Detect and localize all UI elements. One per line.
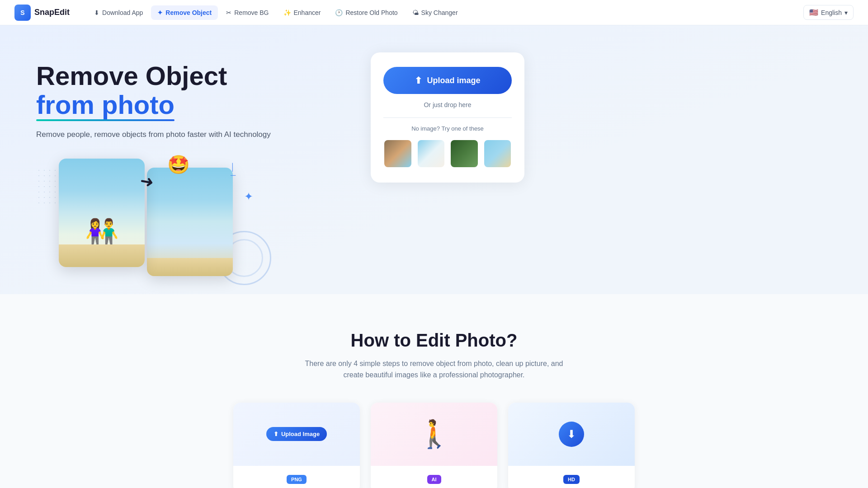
sample-image-4[interactable] <box>483 139 512 168</box>
nav-enhancer[interactable]: ✨ Enhancer <box>277 5 327 20</box>
how-title: How to Edit Photo? <box>36 330 832 351</box>
sample-image-2[interactable] <box>417 139 446 168</box>
chevron-down-icon: ▾ <box>844 9 848 16</box>
nav-remove-object[interactable]: ✦ Remove Object <box>151 5 218 20</box>
step-badge-ai: AI <box>427 475 441 484</box>
step-card-1-bg: ⬆ Upload Image <box>233 403 360 466</box>
step-card-2: 🚶 AI <box>371 403 497 488</box>
sky-icon: 🌤 <box>412 9 419 16</box>
sample-label: No image? Try one of these <box>383 125 512 132</box>
steps-row: ⬆ Upload Image PNG 🚶 AI ⬇ <box>36 403 832 488</box>
brand-name: SnapEdit <box>34 8 70 17</box>
enhancer-icon: ✨ <box>283 9 291 16</box>
upload-mini-icon: ⬆ <box>274 431 278 437</box>
step-1-content: ⬆ Upload Image <box>266 427 327 441</box>
flag-icon: 🇺🇸 <box>809 8 818 17</box>
language-label: English <box>821 9 842 16</box>
upload-panel: ⬆ Upload image Or just drop here No imag… <box>371 52 524 183</box>
hero-title-highlight: from photo <box>36 90 175 119</box>
nav-remove-object-label: Remove Object <box>165 9 212 16</box>
upload-icon: ⬆ <box>415 75 422 86</box>
step1-upload-btn[interactable]: ⬆ Upload Image <box>266 427 327 441</box>
upload-image-button[interactable]: ⬆ Upload image <box>383 67 512 94</box>
logo-icon: S <box>14 5 31 21</box>
sparkle-icon-1: ✦ <box>244 190 253 203</box>
hero-subtitle: Remove people, remove objects from photo… <box>36 128 353 141</box>
nav-items: ⬇ Download App ✦ Remove Object ✂ Remove … <box>88 5 800 20</box>
sample-images-row <box>383 139 512 168</box>
demo-images: ➜ 🤩 ✦ │─ <box>36 159 262 294</box>
nav-enhancer-label: Enhancer <box>294 9 321 16</box>
divider <box>383 117 512 118</box>
demo-before-image <box>59 159 145 267</box>
download-icon: ⬇ <box>94 9 99 16</box>
step-card-3: ⬇ HD <box>508 403 635 488</box>
nav-remove-bg-label: Remove BG <box>234 9 269 16</box>
how-subtitle: There are only 4 simple steps to remove … <box>298 358 570 381</box>
nav-download-app-label: Download App <box>102 9 143 16</box>
navbar: S SnapEdit ⬇ Download App ✦ Remove Objec… <box>0 0 868 25</box>
step-badge-hd: HD <box>563 475 580 484</box>
hero-left: Remove Object from photo Remove people, … <box>36 52 353 294</box>
step-2-figure: 🚶 <box>417 418 451 450</box>
nav-download-app[interactable]: ⬇ Download App <box>88 5 149 20</box>
hero-title: Remove Object from photo <box>36 61 353 119</box>
sample-image-3[interactable] <box>450 139 479 168</box>
step-badge-png: PNG <box>287 475 307 484</box>
drop-text: Or just drop here <box>383 101 512 108</box>
logo[interactable]: S SnapEdit <box>14 5 70 21</box>
step-card-3-bg: ⬇ <box>508 403 635 466</box>
step-card-1: ⬆ Upload Image PNG <box>233 403 360 488</box>
step-card-2-bg: 🚶 <box>371 403 497 466</box>
nav-restore-label: Restore Old Photo <box>345 9 397 16</box>
sample-image-1[interactable] <box>383 139 412 168</box>
sparkle-icon-2: │─ <box>231 163 236 179</box>
hero-section: Remove Object from photo Remove people, … <box>0 25 868 294</box>
how-section: How to Edit Photo? There are only 4 simp… <box>0 294 868 488</box>
language-selector[interactable]: 🇺🇸 English ▾ <box>803 5 854 20</box>
demo-after-image <box>147 168 233 276</box>
nav-remove-bg[interactable]: ✂ Remove BG <box>220 5 275 20</box>
remove-object-icon: ✦ <box>157 9 163 16</box>
nav-restore-photo[interactable]: 🕐 Restore Old Photo <box>329 5 404 20</box>
restore-icon: 🕐 <box>335 9 343 16</box>
step-3-download[interactable]: ⬇ <box>559 422 584 447</box>
emoji-decoration: 🤩 <box>167 154 190 175</box>
remove-bg-icon: ✂ <box>226 9 231 16</box>
nav-sky-label: Sky Changer <box>421 9 458 16</box>
nav-sky-changer[interactable]: 🌤 Sky Changer <box>406 5 464 20</box>
